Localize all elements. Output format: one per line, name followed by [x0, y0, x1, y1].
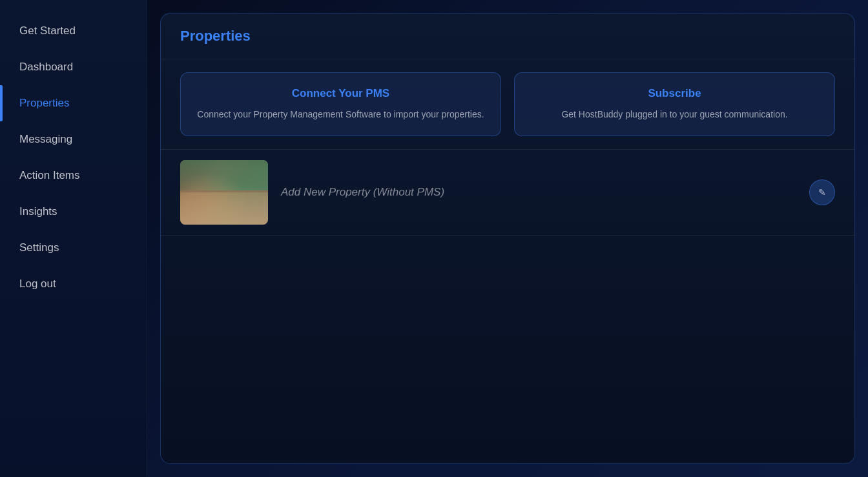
- card-connect-pms[interactable]: Connect Your PMSConnect your Property Ma…: [180, 72, 501, 136]
- edit-icon: ✎: [818, 187, 826, 198]
- property-name: Add New Property (Without PMS): [281, 186, 796, 199]
- card-description-connect-pms: Connect your Property Management Softwar…: [197, 108, 484, 121]
- sidebar-item-log-out[interactable]: Log out: [0, 266, 147, 302]
- sidebar-item-action-items[interactable]: Action Items: [0, 157, 147, 194]
- card-description-subscribe: Get HostBuddy plugged in to your guest c…: [561, 108, 787, 121]
- content-panel: Properties Connect Your PMSConnect your …: [160, 13, 855, 464]
- cards-section: Connect Your PMSConnect your Property Ma…: [161, 59, 854, 150]
- sidebar-item-get-started[interactable]: Get Started: [0, 13, 147, 49]
- sidebar-item-dashboard[interactable]: Dashboard: [0, 49, 147, 85]
- properties-section: Add New Property (Without PMS) ✎: [161, 150, 854, 463]
- card-title-connect-pms: Connect Your PMS: [292, 87, 389, 100]
- card-title-subscribe: Subscribe: [648, 87, 701, 100]
- page-title: Properties: [180, 28, 835, 45]
- sidebar-item-messaging[interactable]: Messaging: [0, 121, 147, 157]
- edit-property-button[interactable]: ✎: [809, 179, 835, 205]
- sidebar-item-insights[interactable]: Insights: [0, 194, 147, 230]
- room-image-overlay: [180, 160, 268, 225]
- property-row: Add New Property (Without PMS) ✎: [161, 150, 854, 236]
- panel-header: Properties: [161, 14, 854, 59]
- sidebar: Get StartedDashboardPropertiesMessagingA…: [0, 0, 147, 477]
- main-content: Properties Connect Your PMSConnect your …: [147, 0, 868, 477]
- property-thumbnail: [180, 160, 268, 225]
- sidebar-item-settings[interactable]: Settings: [0, 230, 147, 266]
- sidebar-item-properties[interactable]: Properties: [0, 85, 147, 121]
- card-subscribe[interactable]: SubscribeGet HostBuddy plugged in to you…: [514, 72, 835, 136]
